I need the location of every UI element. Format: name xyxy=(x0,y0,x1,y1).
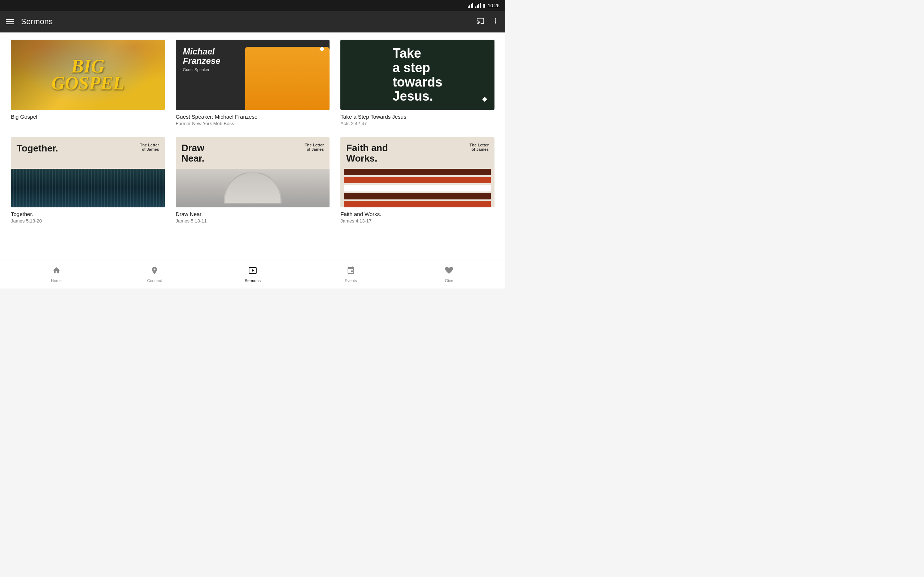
nav-label-connect: Connect xyxy=(147,279,162,283)
nav-label-give: Give xyxy=(445,279,453,283)
thumb-faith-works-title: Faith andWorks. xyxy=(346,143,388,163)
thumb-step-jesus-text: Takea steptowardsJesus. xyxy=(386,40,450,110)
sermon-card-draw-near[interactable]: DrawNear. The Letterof James Draw Near. … xyxy=(176,137,330,224)
thumb-michael-subtitle: Guest Speaker xyxy=(183,68,221,72)
thumb-michael-bg: MichaelFranzese Guest Speaker ◆ xyxy=(176,40,330,110)
sermon-thumbnail-big-gospel: BIGGOSPEL xyxy=(11,40,165,110)
give-icon xyxy=(445,266,453,277)
bottom-nav: Home Connect Sermons Events xyxy=(0,259,505,288)
book-stripe-4 xyxy=(344,193,491,200)
app-bar-right xyxy=(477,17,499,27)
nav-label-sermons: Sermons xyxy=(245,279,261,283)
status-icons: ▮ 10:26 xyxy=(468,3,499,8)
thumb-michael-name: MichaelFranzese xyxy=(183,47,221,66)
thumb-draw-near-series: The Letterof James xyxy=(305,143,324,152)
thumb-together-title: Together. xyxy=(16,143,58,154)
thumb-michael-text: MichaelFranzese Guest Speaker xyxy=(183,47,221,72)
sermon-subtitle-michael: Former New York Mob Boss xyxy=(176,121,330,126)
sermons-icon xyxy=(248,266,257,277)
more-options-button[interactable] xyxy=(492,17,499,27)
sermon-title-step-jesus: Take a Step Towards Jesus xyxy=(340,114,494,120)
nav-item-sermons[interactable]: Sermons xyxy=(204,266,302,283)
events-icon xyxy=(347,266,355,277)
status-time: 10:26 xyxy=(488,3,499,8)
thumb-big-gospel-bg: BIGGOSPEL xyxy=(11,40,165,110)
app-bar: Sermons xyxy=(0,11,505,32)
sermon-card-together[interactable]: Together. The Letterof James Together. J… xyxy=(11,137,165,224)
sermon-card-big-gospel[interactable]: BIGGOSPEL Big Gospel xyxy=(11,40,165,126)
book-stripe-3 xyxy=(344,185,491,191)
book-stripe-1 xyxy=(344,169,491,175)
diamond-icon: ◆ xyxy=(320,45,325,53)
connect-icon xyxy=(150,266,159,277)
thumb-together-series: The Letterof James xyxy=(140,143,159,152)
thumb-draw-near-header: DrawNear. The Letterof James xyxy=(176,137,330,169)
nav-item-events[interactable]: Events xyxy=(302,266,400,283)
thumb-step-jesus-bg: Takea steptowardsJesus. ◆ xyxy=(340,40,494,110)
sermon-subtitle-faith-works: James 4:13-17 xyxy=(340,218,494,224)
battery-icon: ▮ xyxy=(483,3,485,8)
thumb-faith-works-header: Faith andWorks. The Letterof James xyxy=(340,137,494,169)
sermon-thumbnail-together: Together. The Letterof James xyxy=(11,137,165,207)
thumb-together-bg: Together. The Letterof James xyxy=(11,137,165,207)
page-title: Sermons xyxy=(21,17,53,26)
hamburger-menu-button[interactable] xyxy=(6,19,14,24)
nav-item-connect[interactable]: Connect xyxy=(105,266,204,283)
sermon-title-faith-works: Faith and Works. xyxy=(340,211,494,217)
thumb-draw-near-title: DrawNear. xyxy=(181,143,205,163)
sermon-title-draw-near: Draw Near. xyxy=(176,211,330,217)
signal-icon xyxy=(475,3,481,8)
sermon-title-together: Together. xyxy=(11,211,165,217)
nav-item-home[interactable]: Home xyxy=(7,266,105,283)
status-bar: ▮ 10:26 xyxy=(0,0,505,11)
sermon-thumbnail-step-jesus: Takea steptowardsJesus. ◆ xyxy=(340,40,494,110)
thumb-together-image xyxy=(11,169,165,207)
nav-item-give[interactable]: Give xyxy=(400,266,498,283)
home-icon xyxy=(52,266,61,277)
diamond-icon2: ◆ xyxy=(482,95,487,103)
sermon-card-faith-works[interactable]: Faith andWorks. The Letterof James Faith… xyxy=(340,137,494,224)
sermon-subtitle-step-jesus: Acts 2:42-47 xyxy=(340,121,494,126)
book-stripe-2 xyxy=(344,177,491,183)
cast-button[interactable] xyxy=(477,17,485,27)
sermon-thumbnail-faith-works: Faith andWorks. The Letterof James xyxy=(340,137,494,207)
sermon-thumbnail-michael: MichaelFranzese Guest Speaker ◆ xyxy=(176,40,330,110)
sermon-card-take-step[interactable]: Takea steptowardsJesus. ◆ Take a Step To… xyxy=(340,40,494,126)
thumb-faith-works-series: The Letterof James xyxy=(470,143,489,152)
thumb-together-header: Together. The Letterof James xyxy=(11,137,165,160)
sermon-subtitle-together: James 5:13-20 xyxy=(11,218,165,224)
arch-shape xyxy=(224,172,281,204)
thumb-draw-near-image xyxy=(176,169,330,207)
thumb-faith-works-bg: Faith andWorks. The Letterof James xyxy=(340,137,494,207)
thumb-draw-near-bg: DrawNear. The Letterof James xyxy=(176,137,330,207)
sermon-subtitle-draw-near: James 5:13-11 xyxy=(176,218,330,224)
thumb-big-gospel-text: BIGGOSPEL xyxy=(51,58,124,92)
book-stripe-5 xyxy=(344,201,491,207)
nav-label-events: Events xyxy=(345,279,357,283)
app-bar-left: Sermons xyxy=(6,17,53,26)
main-content: BIGGOSPEL Big Gospel MichaelFranzese Gue… xyxy=(0,32,505,259)
sermon-card-michael-franzese[interactable]: MichaelFranzese Guest Speaker ◆ Guest Sp… xyxy=(176,40,330,126)
sermon-grid: BIGGOSPEL Big Gospel MichaelFranzese Gue… xyxy=(11,40,494,224)
sermon-title-big-gospel: Big Gospel xyxy=(11,114,165,120)
nav-label-home: Home xyxy=(51,279,61,283)
sermon-title-michael: Guest Speaker: Michael Franzese xyxy=(176,114,330,120)
thumb-faith-works-image xyxy=(340,169,494,207)
sermon-thumbnail-draw-near: DrawNear. The Letterof James xyxy=(176,137,330,207)
wifi-icon xyxy=(468,3,473,8)
